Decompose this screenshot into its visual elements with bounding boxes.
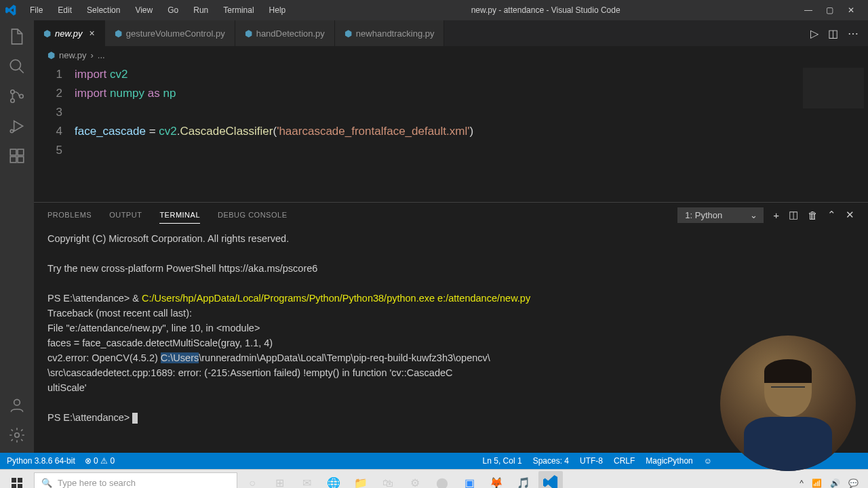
window-title: new.py - attendance - Visual Studio Code xyxy=(292,5,799,15)
status-bar: Python 3.8.6 64-bit ⊗ 0 ⚠ 0 Ln 5, Col 1 … xyxy=(0,453,868,469)
run-icon[interactable]: ▷ xyxy=(810,27,818,40)
settings-gear-icon[interactable] xyxy=(7,426,26,445)
editor-tabs: ⬢new.py× ⬢gestureVolumeControl.py ⬢handD… xyxy=(34,20,868,46)
svg-point-2 xyxy=(11,99,14,102)
search-icon: 🔍 xyxy=(41,478,52,488)
python-file-icon: ⬢ xyxy=(245,28,252,39)
python-file-icon: ⬢ xyxy=(115,28,122,39)
python-file-icon: ⬢ xyxy=(47,50,55,60)
split-editor-icon[interactable]: ◫ xyxy=(828,27,838,40)
terminal-cursor xyxy=(132,413,138,424)
svg-rect-5 xyxy=(10,149,16,155)
svg-point-9 xyxy=(14,399,20,405)
tab-handdetection[interactable]: ⬢handDetection.py xyxy=(235,20,335,46)
menu-go[interactable]: Go xyxy=(161,3,185,18)
status-feedback-icon[interactable]: ☺ xyxy=(704,456,712,466)
svg-point-1 xyxy=(11,90,14,94)
windows-taskbar: 🔍Type here to search ○ ⊞ ✉ 🌐 📁 🛍 ⚙ ⬤ ▣ 🦊… xyxy=(0,469,868,488)
status-problems[interactable]: ⊗ 0 ⚠ 0 xyxy=(85,456,115,466)
task-view-icon[interactable]: ⊞ xyxy=(267,471,292,489)
svg-rect-11 xyxy=(12,478,16,483)
menu-edit[interactable]: Edit xyxy=(51,3,79,18)
svg-point-0 xyxy=(10,60,20,70)
taskbar-search[interactable]: 🔍Type here to search xyxy=(34,472,237,489)
panel-tabs: PROBLEMS OUTPUT TERMINAL DEBUG CONSOLE 1… xyxy=(34,203,868,227)
tab-close-icon[interactable]: × xyxy=(89,28,94,39)
start-button[interactable] xyxy=(3,472,31,489)
svg-rect-14 xyxy=(18,484,22,489)
menu-run[interactable]: Run xyxy=(186,3,215,18)
obs-icon[interactable]: ⬤ xyxy=(430,471,454,489)
status-spaces[interactable]: Spaces: 4 xyxy=(533,456,569,466)
svg-rect-13 xyxy=(12,484,16,489)
svg-rect-12 xyxy=(18,478,22,483)
vscode-logo-icon xyxy=(5,5,16,16)
svg-point-3 xyxy=(20,94,23,98)
maximize-icon[interactable]: ▢ xyxy=(826,5,835,15)
menu-bar: File Edit Selection View Go Run Terminal… xyxy=(23,3,292,18)
status-cursor-pos[interactable]: Ln 5, Col 1 xyxy=(483,456,522,466)
activity-bar xyxy=(0,20,34,453)
tray-wifi-icon[interactable]: 📶 xyxy=(812,479,822,488)
menu-terminal[interactable]: Terminal xyxy=(216,3,260,18)
debug-icon[interactable] xyxy=(7,117,26,136)
titlebar: File Edit Selection View Go Run Terminal… xyxy=(0,0,868,20)
status-eol[interactable]: CRLF xyxy=(614,456,635,466)
menu-file[interactable]: File xyxy=(23,3,50,18)
new-terminal-icon[interactable]: + xyxy=(773,209,779,221)
menu-view[interactable]: View xyxy=(128,3,159,18)
tab-gesture[interactable]: ⬢gestureVolumeControl.py xyxy=(105,20,235,46)
split-terminal-icon[interactable]: ◫ xyxy=(789,209,798,221)
close-panel-icon[interactable]: ✕ xyxy=(846,209,854,221)
zoom-icon[interactable]: ▣ xyxy=(457,471,481,489)
webcam-overlay xyxy=(720,336,856,471)
account-icon[interactable] xyxy=(7,396,26,415)
menu-selection[interactable]: Selection xyxy=(80,3,127,18)
vscode-task-icon[interactable] xyxy=(538,471,563,489)
extensions-icon[interactable] xyxy=(7,146,26,165)
window-controls: — ▢ ✕ xyxy=(799,5,863,15)
edge-icon[interactable]: 🌐 xyxy=(321,471,346,489)
svg-rect-7 xyxy=(10,157,16,163)
close-icon[interactable]: ✕ xyxy=(848,5,857,15)
mail-icon[interactable]: ✉ xyxy=(294,471,319,489)
panel-tab-output[interactable]: OUTPUT xyxy=(109,207,142,223)
code-content[interactable]: import cv2import numpy as np face_cascad… xyxy=(75,64,868,202)
panel-tab-problems[interactable]: PROBLEMS xyxy=(47,207,92,223)
terminal-selector[interactable]: 1: Python xyxy=(677,207,764,223)
kill-terminal-icon[interactable]: 🗑 xyxy=(808,209,818,221)
explorer-icon[interactable]: 📁 xyxy=(349,471,373,489)
tab-newhandtracking[interactable]: ⬢newhandtracking.py xyxy=(335,20,445,46)
svg-rect-8 xyxy=(18,157,24,163)
python-file-icon: ⬢ xyxy=(344,28,352,39)
tab-new-py[interactable]: ⬢new.py× xyxy=(34,20,105,46)
settings-icon[interactable]: ⚙ xyxy=(403,471,427,489)
store-icon[interactable]: 🛍 xyxy=(376,471,400,489)
cortana-icon[interactable]: ○ xyxy=(240,471,264,489)
menu-help[interactable]: Help xyxy=(262,3,293,18)
maximize-panel-icon[interactable]: ⌃ xyxy=(827,209,836,221)
svg-point-4 xyxy=(10,129,13,132)
status-language[interactable]: MagicPython xyxy=(646,456,692,466)
music-icon[interactable]: 🎵 xyxy=(511,471,536,489)
panel-tab-terminal[interactable]: TERMINAL xyxy=(159,207,200,224)
code-editor[interactable]: 12345 import cv2import numpy as np face_… xyxy=(34,64,868,202)
explorer-icon[interactable] xyxy=(7,27,26,46)
firefox-icon[interactable]: 🦊 xyxy=(484,471,509,489)
svg-rect-6 xyxy=(18,149,24,155)
tray-notifications-icon[interactable]: 💬 xyxy=(848,479,859,488)
breadcrumb[interactable]: ⬢ new.py › ... xyxy=(34,46,868,64)
search-icon[interactable] xyxy=(7,57,26,76)
svg-point-10 xyxy=(15,433,20,438)
panel-tab-debug[interactable]: DEBUG CONSOLE xyxy=(218,207,287,223)
status-python[interactable]: Python 3.8.6 64-bit xyxy=(7,456,75,466)
status-encoding[interactable]: UTF-8 xyxy=(580,456,603,466)
line-numbers: 12345 xyxy=(34,64,75,202)
more-actions-icon[interactable]: ⋯ xyxy=(848,27,859,40)
tray-sound-icon[interactable]: 🔊 xyxy=(830,479,840,488)
minimap[interactable] xyxy=(803,68,864,108)
tray-up-icon[interactable]: ^ xyxy=(800,479,804,488)
python-file-icon: ⬢ xyxy=(43,28,51,39)
source-control-icon[interactable] xyxy=(7,87,26,106)
minimize-icon[interactable]: — xyxy=(804,5,814,15)
